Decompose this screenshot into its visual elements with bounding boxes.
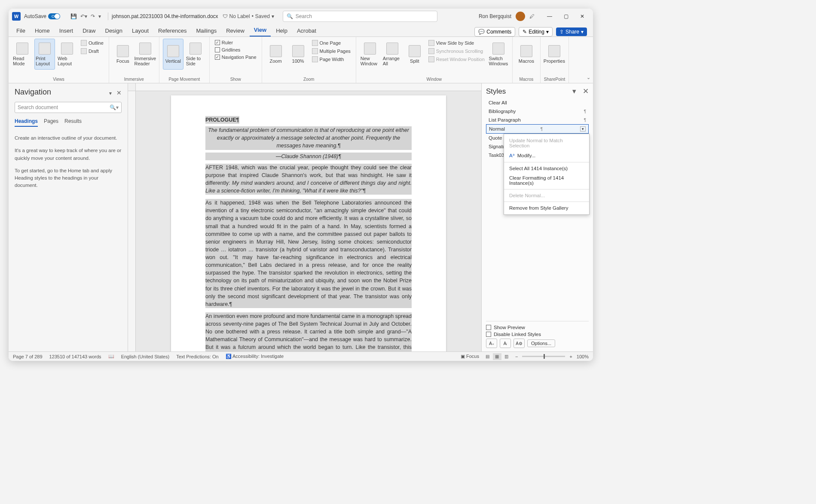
manage-styles-button[interactable]: A⚙ — [513, 339, 525, 348]
menu-select-all[interactable]: Select All 1414 Instance(s) — [504, 164, 589, 173]
zoom-button[interactable]: Zoom — [266, 39, 286, 70]
doc-heading-prologue[interactable]: PROLOGUE¶ — [205, 116, 239, 124]
style-bibliography[interactable]: Bibliography¶ — [486, 107, 589, 116]
styles-options-button[interactable]: Options... — [527, 339, 555, 347]
switch-windows-button[interactable]: Switch Windows — [488, 39, 509, 70]
zoom-in-button[interactable]: + — [569, 354, 572, 359]
ribbon-collapse-button[interactable]: ⌄ — [584, 37, 593, 83]
draft-button[interactable]: Draft — [79, 48, 105, 55]
doc-paragraph-2[interactable]: As it happened, 1948 was when the Bell T… — [205, 199, 412, 308]
navpane-checkbox[interactable]: Navigation Pane — [213, 54, 258, 60]
redo-icon[interactable]: ↷ — [91, 13, 95, 19]
horizontal-ruler[interactable] — [136, 83, 481, 91]
navpane-search[interactable]: Search document 🔍▾ — [15, 102, 122, 113]
style-list-paragraph[interactable]: List Paragraph¶ — [486, 116, 589, 124]
menu-clear-formatting[interactable]: Clear Formatting of 1414 Instance(s) — [504, 173, 589, 188]
vertical-ruler[interactable] — [128, 91, 136, 351]
status-read-mode-icon[interactable]: ▤ — [483, 353, 492, 360]
doc-epigraph-attribution[interactable]: —Claude Shannon (1948)¶ — [205, 153, 412, 160]
tab-design[interactable]: Design — [101, 25, 127, 37]
styles-close-button[interactable]: ✕ — [583, 87, 589, 95]
tab-view[interactable]: View — [250, 24, 271, 37]
doc-paragraph-3[interactable]: An invention even more profound and more… — [205, 312, 412, 351]
avatar[interactable] — [516, 12, 525, 21]
print-layout-button[interactable]: Print Layout — [34, 39, 55, 70]
view-side-by-side-button[interactable]: View Side by Side — [427, 40, 486, 46]
zoom-percent[interactable]: 100% — [577, 354, 589, 359]
style-dropdown-button[interactable]: ▾ — [580, 126, 586, 131]
share-button[interactable]: ⇪Share▾ — [556, 27, 587, 36]
tab-help[interactable]: Help — [272, 25, 292, 37]
page-width-button[interactable]: Page Width — [310, 56, 352, 63]
status-word-count[interactable]: 123510 of 147143 words — [49, 354, 101, 359]
tab-acrobat[interactable]: Acrobat — [293, 25, 321, 37]
close-button[interactable]: ✕ — [575, 10, 590, 22]
web-layout-button[interactable]: Web Layout — [57, 39, 77, 70]
navpane-tab-headings[interactable]: Headings — [15, 118, 38, 127]
show-preview-checkbox[interactable]: Show Preview — [486, 325, 589, 330]
status-focus[interactable]: ▣ Focus — [461, 354, 479, 359]
comments-button[interactable]: 💬Comments — [474, 27, 515, 37]
new-style-button[interactable]: A₊ — [486, 339, 497, 348]
status-page[interactable]: Page 7 of 289 — [13, 354, 43, 359]
side-to-side-button[interactable]: Side to Side — [185, 39, 206, 70]
immersive-reader-button[interactable]: Immersive Reader — [135, 39, 156, 70]
maximize-button[interactable]: ▢ — [559, 10, 573, 22]
style-inspector-button[interactable]: Aᵢ — [500, 339, 511, 348]
minimize-button[interactable]: — — [542, 10, 557, 22]
vertical-button[interactable]: Vertical — [163, 39, 183, 70]
username[interactable]: Ron Bergquist — [479, 13, 511, 19]
menu-modify[interactable]: AᵃModify... — [504, 150, 589, 161]
style-normal[interactable]: Normal¶▾ — [486, 124, 589, 134]
zoom-slider[interactable] — [522, 356, 565, 357]
qat-more-icon[interactable]: ▾ — [98, 13, 101, 19]
document-page[interactable]: PROLOGUE¶ The fundamental problem of com… — [171, 95, 446, 351]
status-language[interactable]: English (United States) — [121, 354, 170, 359]
page-scroll-area[interactable]: PROLOGUE¶ The fundamental problem of com… — [136, 91, 481, 351]
tab-file[interactable]: File — [12, 25, 30, 37]
zoom-out-button[interactable]: − — [515, 354, 518, 359]
undo-icon[interactable]: ↶▾ — [80, 13, 87, 19]
search-box[interactable]: 🔍 Search — [283, 11, 437, 22]
tab-review[interactable]: Review — [222, 25, 249, 37]
save-icon[interactable]: 💾 — [70, 13, 77, 19]
doc-paragraph-1[interactable]: AFTER 1948, which was the crucial year, … — [205, 164, 412, 195]
status-accessibility[interactable]: ♿ Accessibility: Investigate — [226, 354, 284, 359]
new-window-button[interactable]: New Window — [360, 39, 380, 70]
doc-epigraph[interactable]: The fundamental problem of communication… — [205, 126, 412, 150]
navpane-dropdown-icon[interactable]: ▾ — [109, 90, 112, 96]
menu-remove-from-gallery[interactable]: Remove from Style Gallery — [504, 203, 589, 213]
tab-layout[interactable]: Layout — [128, 25, 153, 37]
reset-window-button[interactable]: Reset Window Position — [427, 56, 486, 63]
split-button[interactable]: Split — [404, 39, 425, 70]
ruler-checkbox[interactable]: Ruler — [213, 40, 258, 46]
document-filename[interactable]: johnson.pat.20231003 04.the-information.… — [112, 13, 218, 19]
properties-button[interactable]: Properties — [544, 39, 565, 70]
editing-mode-button[interactable]: ✎Editing▾ — [519, 27, 553, 37]
tab-mailings[interactable]: Mailings — [192, 25, 221, 37]
arrange-all-button[interactable]: Arrange All — [382, 39, 403, 70]
focus-button[interactable]: Focus — [113, 39, 133, 70]
navpane-tab-results[interactable]: Results — [64, 118, 82, 127]
tab-home[interactable]: Home — [31, 25, 54, 37]
autosave-toggle[interactable]: AutoSave On — [24, 13, 67, 19]
style-clear-all[interactable]: Clear All — [486, 98, 589, 107]
navpane-tab-pages[interactable]: Pages — [44, 118, 58, 127]
tab-draw[interactable]: Draw — [78, 25, 100, 37]
status-predictions[interactable]: Text Predictions: On — [176, 354, 218, 359]
styles-dropdown-icon[interactable]: ▾ — [572, 87, 576, 95]
tab-references[interactable]: References — [154, 25, 191, 37]
status-spellcheck-icon[interactable]: 📖 — [108, 354, 114, 359]
sync-scrolling-button[interactable]: Synchronous Scrolling — [427, 48, 486, 55]
status-web-layout-icon[interactable]: ▥ — [502, 353, 511, 360]
macros-button[interactable]: Macros — [516, 39, 537, 70]
read-mode-button[interactable]: Read Mode — [12, 39, 33, 70]
coming-soon-icon[interactable]: 🖊 — [529, 13, 535, 19]
multiple-pages-button[interactable]: Multiple Pages — [310, 48, 352, 55]
tab-insert[interactable]: Insert — [55, 25, 78, 37]
navpane-close-button[interactable]: ✕ — [116, 89, 122, 96]
status-print-layout-icon[interactable]: ▦ — [493, 353, 501, 360]
one-page-button[interactable]: One Page — [310, 40, 352, 46]
sensitivity-label[interactable]: 🛡 No Label • Saved ▾ — [223, 13, 274, 19]
disable-linked-checkbox[interactable]: Disable Linked Styles — [486, 332, 589, 337]
